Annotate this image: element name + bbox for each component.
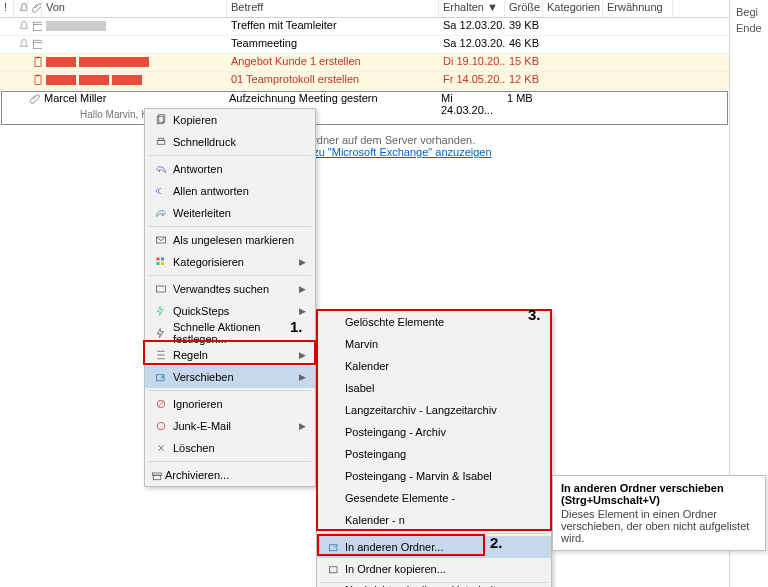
svg-rect-22 xyxy=(330,567,338,573)
mail-size: 15 KB xyxy=(505,54,543,71)
separator xyxy=(149,461,311,462)
col-kategorien[interactable]: Kategorien xyxy=(543,0,603,17)
col-erhalten[interactable]: Erhalten ▼ xyxy=(439,0,505,17)
separator xyxy=(149,226,311,227)
copy-icon xyxy=(155,114,167,126)
svg-point-18 xyxy=(157,422,165,430)
menu-verwandtes-suchen[interactable]: Verwandtes suchen▶ xyxy=(145,278,315,300)
separator xyxy=(149,275,311,276)
mail-subject: 01 Teamprotokoll erstellen xyxy=(227,72,439,89)
bell-icon xyxy=(18,20,28,32)
submenu-posteingang-mi[interactable]: Posteingang - Marvin & Isabel xyxy=(317,465,551,487)
ignore-icon xyxy=(155,398,167,410)
annotation-3: 3. xyxy=(528,306,541,323)
submenu-geloeschte[interactable]: Gelöschte Elemente xyxy=(317,311,551,333)
redacted-sender xyxy=(46,21,106,31)
bell-icon xyxy=(18,38,28,50)
col-attach[interactable] xyxy=(28,0,42,17)
menu-junk[interactable]: Junk-E-Mail▶ xyxy=(145,415,315,437)
col-betreff[interactable]: Betreff xyxy=(227,0,439,17)
tooltip-title: In anderen Ordner verschieben (Strg+Umsc… xyxy=(561,482,757,506)
submenu-kalender[interactable]: Kalender xyxy=(317,355,551,377)
svg-rect-0 xyxy=(34,22,43,30)
svg-rect-1 xyxy=(34,40,43,48)
submenu-posteingang-archiv[interactable]: Posteingang - Archiv xyxy=(317,421,551,443)
col-reminder[interactable] xyxy=(14,0,28,17)
redacted-sender xyxy=(79,57,149,67)
col-flag[interactable]: ! xyxy=(0,0,14,17)
side-panel-edge: Begi Ende xyxy=(734,0,768,40)
table-row[interactable]: Treffen mit Teamleiter Sa 12.03.20... 39… xyxy=(0,18,729,36)
menu-verschieben[interactable]: Verschieben▶ xyxy=(145,366,315,388)
table-row-selected[interactable]: Marcel Miller Aufzeichnung Meeting geste… xyxy=(1,91,728,125)
table-row[interactable]: 01 Teamprotokoll erstellen Fr 14.05.20..… xyxy=(0,72,729,90)
table-row[interactable]: Angebot Kunde 1 erstellen Di 19.10.20...… xyxy=(0,54,729,72)
table-row[interactable]: Teammeeting Sa 12.03.20... 46 KB xyxy=(0,36,729,54)
bell-icon xyxy=(18,2,28,14)
forward-icon xyxy=(155,207,167,219)
attachment-icon xyxy=(30,93,42,105)
separator xyxy=(321,582,547,583)
svg-rect-20 xyxy=(153,475,161,480)
menu-regeln[interactable]: Regeln▶ xyxy=(145,344,315,366)
menu-kategorisieren[interactable]: Kategorisieren▶ xyxy=(145,251,315,273)
redacted-sender xyxy=(46,57,76,67)
quickaction-icon xyxy=(155,327,167,339)
svg-rect-11 xyxy=(157,258,160,261)
svg-rect-13 xyxy=(157,262,160,265)
menu-schnelldruck[interactable]: Schnelldruck xyxy=(145,131,315,153)
chevron-right-icon: ▶ xyxy=(299,284,309,294)
menu-allen-antworten[interactable]: Allen antworten xyxy=(145,180,315,202)
column-headers: ! Von Betreff Erhalten ▼ Größe Kategorie… xyxy=(0,0,729,18)
chevron-right-icon: ▶ xyxy=(299,350,309,360)
mail-date: Sa 12.03.20... xyxy=(439,36,505,53)
annotation-1: 1. xyxy=(290,318,303,335)
mail-date: Sa 12.03.20... xyxy=(439,18,505,35)
menu-antworten[interactable]: Antworten xyxy=(145,158,315,180)
svg-rect-5 xyxy=(37,75,40,77)
chevron-right-icon: ▶ xyxy=(299,421,309,431)
calendar-icon xyxy=(32,38,42,50)
redacted-sender xyxy=(46,75,76,85)
mail-rows: Treffen mit Teamleiter Sa 12.03.20... 39… xyxy=(0,18,729,125)
submenu-langzeitarchiv[interactable]: Langzeitarchiv - Langzeitarchiv xyxy=(317,399,551,421)
redacted-sender xyxy=(112,75,142,85)
menu-kopieren[interactable]: Kopieren xyxy=(145,109,315,131)
mail-subject: Aufzeichnung Meeting gestern xyxy=(229,92,441,109)
svg-rect-15 xyxy=(157,286,166,292)
mail-preview: Hallo Marvin, Hall xyxy=(2,109,727,120)
submenu-marvin[interactable]: Marvin xyxy=(317,333,551,355)
separator xyxy=(149,155,311,156)
submenu-kalender-n[interactable]: Kalender - n xyxy=(317,509,551,531)
context-menu: Kopieren Schnelldruck Antworten Allen an… xyxy=(144,108,316,487)
separator xyxy=(321,533,547,534)
svg-rect-9 xyxy=(159,138,164,140)
svg-rect-14 xyxy=(161,262,164,265)
categories-icon xyxy=(155,256,167,268)
mail-date: Fr 14.05.20... xyxy=(439,72,505,89)
col-erwaehnung[interactable]: Erwähnung xyxy=(603,0,673,17)
calendar-icon xyxy=(32,20,42,32)
move-submenu: Gelöschte Elemente Marvin Kalender Isabe… xyxy=(316,310,552,587)
menu-archivieren[interactable]: Archivieren... xyxy=(145,464,315,486)
mail-subject: Treffen mit Teamleiter xyxy=(227,18,439,35)
redacted-sender xyxy=(79,75,109,85)
archive-icon xyxy=(151,470,163,482)
menu-loeschen[interactable]: Löschen xyxy=(145,437,315,459)
col-von[interactable]: Von xyxy=(42,0,227,17)
svg-rect-4 xyxy=(35,76,41,85)
menu-als-ungelesen[interactable]: Als ungelesen markieren xyxy=(145,229,315,251)
mail-date: Di 19.10.20... xyxy=(439,54,505,71)
submenu-posteingang[interactable]: Posteingang xyxy=(317,443,551,465)
submenu-gesendete[interactable]: Gesendete Elemente - xyxy=(317,487,551,509)
junk-icon xyxy=(155,420,167,432)
col-groesse[interactable]: Größe xyxy=(505,0,543,17)
side-text: Ende xyxy=(736,20,766,36)
reply-all-icon xyxy=(155,185,167,197)
menu-ignorieren[interactable]: Ignorieren xyxy=(145,393,315,415)
submenu-in-ordner-kopieren[interactable]: In Ordner kopieren... xyxy=(317,558,551,580)
submenu-in-anderen-ordner[interactable]: In anderen Ordner... xyxy=(317,536,551,558)
side-text: Begi xyxy=(736,4,766,20)
submenu-isabel[interactable]: Isabel xyxy=(317,377,551,399)
menu-weiterleiten[interactable]: Weiterleiten xyxy=(145,202,315,224)
